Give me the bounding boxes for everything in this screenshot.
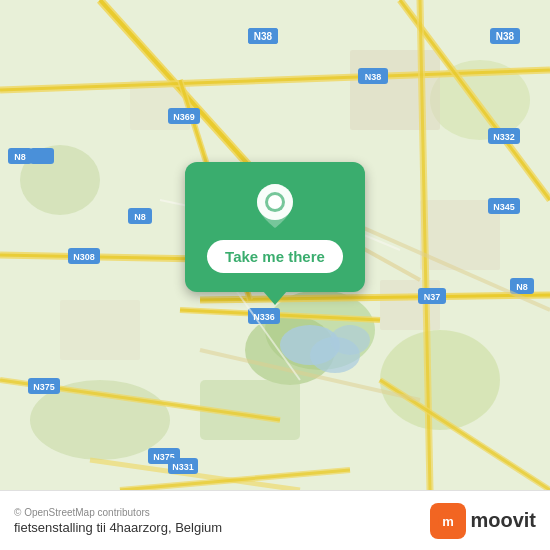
map-container[interactable]: N38 N38 N8 N8 N369 N332 N345 N308 N336 N…: [0, 0, 550, 490]
copyright-text: © OpenStreetMap contributors: [14, 507, 222, 518]
svg-text:N331: N331: [172, 462, 194, 472]
svg-text:N38: N38: [365, 72, 382, 82]
popup-arrow: [263, 291, 287, 305]
svg-text:N8: N8: [14, 152, 26, 162]
moovit-logo[interactable]: m moovit: [430, 503, 536, 539]
svg-point-10: [330, 325, 370, 355]
svg-point-4: [380, 330, 500, 430]
svg-text:m: m: [443, 514, 455, 529]
svg-text:N332: N332: [493, 132, 515, 142]
location-pin-icon: [251, 182, 299, 230]
svg-text:N38: N38: [496, 31, 515, 42]
svg-text:N8: N8: [516, 282, 528, 292]
footer-left: © OpenStreetMap contributors fietsenstal…: [14, 507, 222, 535]
svg-text:N8: N8: [134, 212, 146, 222]
svg-rect-21: [30, 148, 54, 164]
popup-card: Take me there: [185, 162, 365, 292]
svg-text:N308: N308: [73, 252, 95, 262]
svg-text:N345: N345: [493, 202, 515, 212]
svg-text:N37: N37: [424, 292, 441, 302]
moovit-icon: m: [430, 503, 466, 539]
moovit-text: moovit: [470, 509, 536, 532]
svg-text:N369: N369: [173, 112, 195, 122]
svg-rect-13: [380, 280, 440, 330]
popup-overlay: Take me there: [185, 162, 365, 305]
svg-text:N38: N38: [254, 31, 273, 42]
svg-rect-15: [60, 300, 140, 360]
take-me-there-button[interactable]: Take me there: [207, 240, 343, 273]
place-name: fietsenstalling tii 4haarzorg, Belgium: [14, 520, 222, 535]
svg-text:N375: N375: [33, 382, 55, 392]
footer: © OpenStreetMap contributors fietsenstal…: [0, 490, 550, 550]
svg-rect-11: [350, 50, 440, 130]
svg-point-79: [268, 195, 282, 209]
